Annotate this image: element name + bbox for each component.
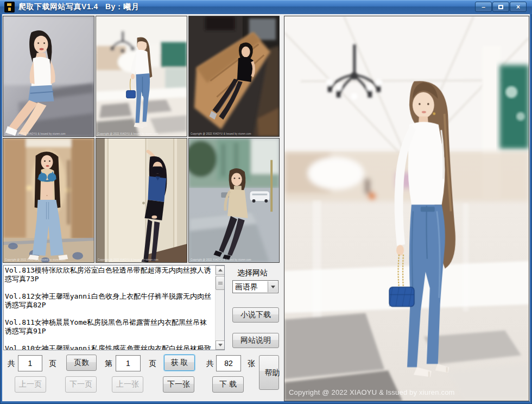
list-item[interactable]: Vol.813模特张欣欣私房浴室白色轻透吊带配超薄无内肉丝撩人诱惑写真73P bbox=[5, 266, 213, 283]
download-button[interactable]: 下 载 bbox=[212, 376, 244, 393]
combobox-dropdown-button[interactable] bbox=[268, 281, 277, 292]
thumbnail-1-image bbox=[3, 16, 94, 136]
scroll-up-button[interactable] bbox=[216, 266, 225, 275]
app-icon bbox=[4, 2, 15, 12]
thumbnail-3-image bbox=[189, 16, 279, 136]
close-button[interactable]: × bbox=[510, 2, 527, 12]
page-count-button[interactable]: 页数 bbox=[66, 355, 97, 371]
site-info-button[interactable]: 网站说明 bbox=[232, 333, 279, 348]
novel-download-button[interactable]: 小说下载 bbox=[232, 307, 279, 323]
list-item[interactable]: Vol.811女神杨晨晨Yome私房脱黑色吊裙露蕾丝内衣配黑丝吊袜诱惑写真91P bbox=[5, 318, 213, 336]
thumbnail-6-image bbox=[189, 138, 279, 262]
thumbnail-photo-1[interactable]: Copyright @ 2022 XIAOYU & Issued by xiur… bbox=[3, 16, 94, 137]
prev-photo-button[interactable]: 上一张 bbox=[112, 376, 143, 393]
photo-set-list[interactable]: Vol.813模特张欣欣私房浴室白色轻透吊带配超薄无内肉丝撩人诱惑写真73P V… bbox=[3, 265, 225, 350]
current-page-input[interactable] bbox=[116, 355, 141, 371]
site-select-label: 选择网站 bbox=[237, 268, 268, 278]
photos-unit-label: 张 bbox=[248, 359, 255, 369]
thumbnail-photo-3[interactable]: Copyright @ 2022 XIAOYU & Issued by xiur… bbox=[188, 16, 280, 137]
help-button[interactable]: 帮助 bbox=[259, 355, 279, 390]
current-page-prefix-label: 第 bbox=[105, 359, 112, 369]
list-item[interactable]: Vol.810女神王馨瑶yanni私房性感蓝色蕾丝内衣配白丝吊袜极致诱惑写真83… bbox=[5, 344, 213, 350]
list-scrollbar[interactable] bbox=[215, 266, 224, 350]
next-photo-button[interactable]: 下一张 bbox=[163, 376, 194, 393]
arrow-up-icon bbox=[218, 269, 223, 272]
thumbnail-4-image bbox=[3, 138, 94, 262]
list-item[interactable]: Vol.812女神王馨瑶yanni白色收身上衣配牛仔裤半脱露无内肉丝诱惑写真82… bbox=[5, 292, 213, 310]
help-button-label: 帮助 bbox=[265, 368, 274, 377]
arrow-down-icon bbox=[218, 344, 223, 346]
window-title: 爬取下载网站写真V1.4 By：曦月 bbox=[18, 2, 139, 12]
thumbnail-photo-4[interactable]: Copyright @ 2022 XIAOYU & Issued by xiur… bbox=[3, 138, 94, 263]
main-preview-image bbox=[284, 16, 529, 401]
total-pages-unit-label: 页 bbox=[49, 359, 56, 369]
photos-total-input[interactable] bbox=[216, 355, 241, 371]
maximize-button[interactable] bbox=[492, 2, 509, 12]
next-page-button[interactable]: 下一页 bbox=[65, 376, 97, 393]
site-selected-value: 画语界 bbox=[235, 282, 258, 292]
minimize-button[interactable]: – bbox=[475, 2, 492, 12]
photos-total-prefix-label: 共 bbox=[206, 359, 214, 369]
maximize-icon bbox=[498, 5, 503, 9]
app-window: 爬取下载网站写真V1.4 By：曦月 – × bbox=[0, 0, 532, 404]
titlebar: 爬取下载网站写真V1.4 By：曦月 – × bbox=[0, 0, 532, 14]
site-select-combobox[interactable]: 画语界 bbox=[232, 280, 278, 293]
thumbnail-photo-6[interactable]: Copyright @ 2022 XIAOYU & Issued by xiur… bbox=[188, 138, 280, 263]
prev-page-button[interactable]: 上一页 bbox=[15, 376, 46, 393]
fetch-button[interactable]: 获 取 bbox=[164, 355, 195, 371]
thumbnail-5-image bbox=[96, 138, 187, 262]
chevron-down-icon bbox=[271, 286, 275, 288]
total-pages-input[interactable] bbox=[18, 355, 42, 371]
total-pages-prefix-label: 共 bbox=[8, 359, 15, 369]
thumbnail-2-image bbox=[96, 16, 187, 136]
current-page-unit-label: 页 bbox=[149, 359, 156, 369]
thumbnail-photo-5[interactable]: Copyright @ 2022 XIAOYU & Issued by xiur… bbox=[96, 138, 187, 263]
scrollbar-thumb[interactable] bbox=[216, 276, 225, 290]
thumbnail-photo-2[interactable]: Copyright @ 2022 XIAOYU & Issued by xiur… bbox=[96, 16, 187, 137]
scroll-down-button[interactable] bbox=[216, 340, 225, 350]
main-preview-photo: Copyright @ 2022 XIAOYU & Issued by xiur… bbox=[284, 16, 529, 401]
grip-icon bbox=[218, 282, 223, 285]
